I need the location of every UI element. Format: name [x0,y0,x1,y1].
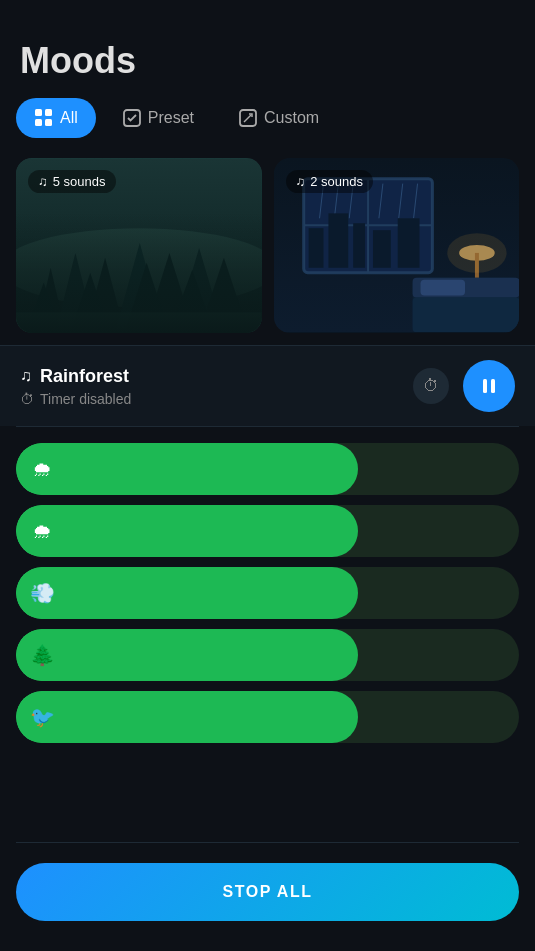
svg-rect-46 [483,379,487,393]
wind-icon: 💨 [16,567,68,619]
page-title: Moods [20,40,515,82]
svg-rect-0 [35,109,42,116]
stop-all-container: STOP ALL [0,843,535,951]
pause-button[interactable] [463,360,515,412]
svg-rect-2 [35,119,42,126]
svg-marker-14 [174,248,223,332]
svg-rect-45 [412,297,519,332]
tab-custom-label: Custom [264,109,319,127]
tab-all-label: All [60,109,78,127]
slider-bird[interactable]: 🐦 [16,691,519,743]
music-note-icon-2: ♫ [296,174,306,189]
music-icon: ♫ [20,367,32,385]
night-room-sounds-badge: ♫ 2 sounds [286,170,374,193]
now-playing-info: ♫ Rainforest ⏱ Timer disabled [20,366,131,407]
svg-point-8 [16,228,262,307]
header: Moods [0,0,535,98]
svg-marker-15 [199,258,248,332]
slider-rain-light[interactable]: 🌧 [16,505,519,557]
rain-heavy-icon: 🌧 [16,443,68,495]
svg-rect-47 [491,379,495,393]
forest-icon: 🌲 [16,629,68,681]
svg-marker-16 [26,283,62,332]
svg-marker-12 [115,243,164,332]
svg-marker-9 [36,268,66,332]
page: Moods All Preset [0,0,535,951]
check-square-icon [122,108,142,128]
slider-wind[interactable]: 💨 [16,567,519,619]
slider-forest[interactable]: 🌲 [16,629,519,681]
tab-all[interactable]: All [16,98,96,138]
timer-icon-symbol: ⏱ [423,377,439,395]
clock-icon: ⏱ [20,391,34,407]
svg-marker-19 [169,270,214,332]
tab-preset[interactable]: Preset [104,98,212,138]
mood-cards-row: ♫ 5 sounds [0,158,535,333]
rainforest-sounds-count: 5 sounds [53,174,106,189]
music-note-icon: ♫ [38,174,48,189]
mood-card-night-room[interactable]: ♫ 2 sounds [274,158,520,333]
rain-light-icon: 🌧 [16,505,68,557]
svg-rect-3 [45,119,52,126]
now-playing-title: ♫ Rainforest [20,366,131,387]
svg-marker-13 [145,253,194,332]
grid-icon [34,108,54,128]
svg-marker-11 [85,258,125,332]
tab-preset-label: Preset [148,109,194,127]
filter-tabs: All Preset Custom [0,98,535,158]
bird-icon: 🐦 [16,691,68,743]
svg-marker-17 [70,273,110,332]
svg-marker-10 [56,253,96,332]
timer-button[interactable]: ⏱ [413,368,449,404]
slider-rain-heavy[interactable]: 🌧 [16,443,519,495]
stop-all-button[interactable]: STOP ALL [16,863,519,921]
sliders-section: 🌧 🌧 💨 🌲 🐦 [0,427,535,826]
now-playing-bar: ♫ Rainforest ⏱ Timer disabled ⏱ [0,345,535,426]
mood-card-rainforest[interactable]: ♫ 5 sounds [16,158,262,333]
svg-point-41 [447,233,506,273]
svg-rect-1 [45,109,52,116]
svg-line-6 [244,115,251,122]
night-room-sounds-count: 2 sounds [310,174,363,189]
edit-square-icon [238,108,258,128]
now-playing-subtitle: ⏱ Timer disabled [20,391,131,407]
svg-rect-44 [420,280,465,296]
tab-custom[interactable]: Custom [220,98,337,138]
now-playing-controls: ⏱ [413,360,515,412]
svg-rect-20 [16,312,262,332]
rainforest-sounds-badge: ♫ 5 sounds [28,170,116,193]
svg-marker-18 [125,263,170,332]
